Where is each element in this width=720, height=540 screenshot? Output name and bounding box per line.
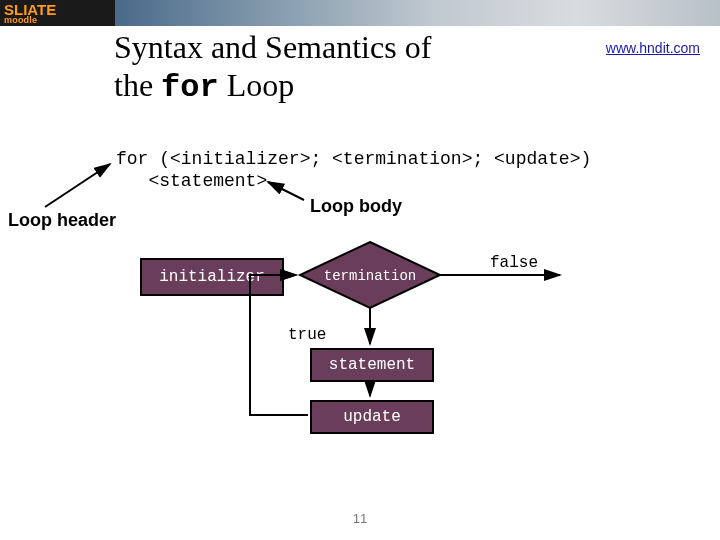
true-label: true [288, 326, 326, 344]
loop-body-label: Loop body [310, 196, 402, 217]
termination-text: termination [324, 268, 416, 284]
title-line2a: the [114, 67, 161, 103]
header-strip: SLIATE moodle [0, 0, 720, 26]
initializer-node: initializer [140, 258, 284, 296]
syntax-line2: <statement> [116, 171, 267, 191]
site-link[interactable]: www.hndit.com [606, 40, 700, 56]
title-line1: Syntax and Semantics of [114, 29, 431, 65]
arrow-header-to-for [45, 164, 110, 207]
syntax-line1: for (<initializer>; <termination>; <upda… [116, 149, 591, 169]
title-keyword: for [161, 69, 219, 106]
syntax-block: for (<initializer>; <termination>; <upda… [116, 148, 591, 192]
false-label: false [490, 254, 538, 272]
brand-sub: moodle [4, 15, 37, 25]
slide-title: Syntax and Semantics of the for Loop [114, 28, 431, 107]
termination-node [300, 242, 440, 308]
loop-header-label: Loop header [8, 210, 116, 231]
page-number: 11 [353, 511, 367, 526]
statement-node: statement [310, 348, 434, 382]
arrow-update-loopback [250, 275, 308, 415]
update-node: update [310, 400, 434, 434]
title-line2b: Loop [219, 67, 295, 103]
